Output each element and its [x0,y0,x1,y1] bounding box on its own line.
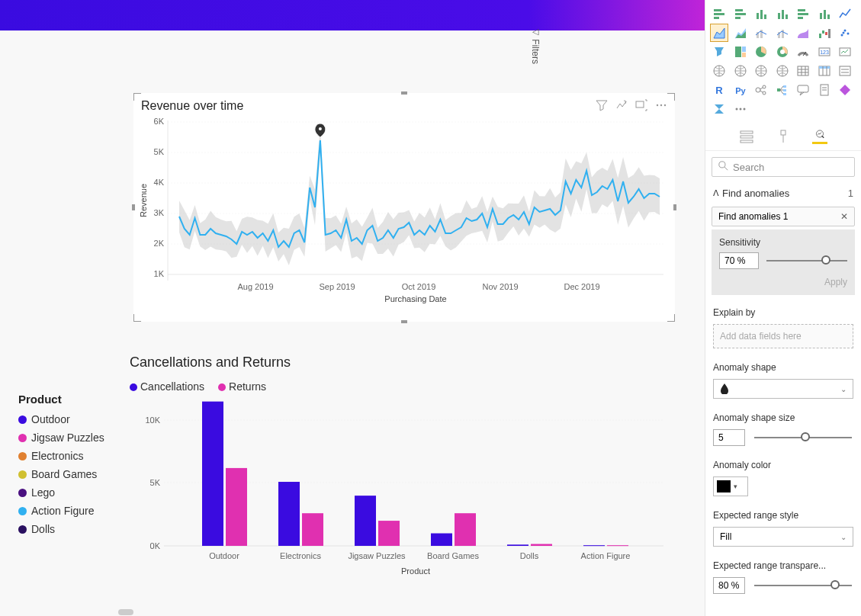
filters-pane-tab[interactable]: ◁ Filters [526,23,545,68]
viz-matrix[interactable] [815,62,834,80]
search-input[interactable]: Search [712,157,855,177]
viz-power-apps[interactable] [836,81,854,99]
bar[interactable] [202,402,223,546]
bar[interactable] [607,545,628,546]
viz-stacked-column-100[interactable] [815,5,834,23]
viz-decomposition[interactable] [773,81,792,99]
bar[interactable] [455,513,476,546]
viz-stacked-column[interactable] [752,5,770,23]
viz-waterfall[interactable] [815,24,834,42]
resize-handle[interactable] [673,204,676,210]
cancellations-bar-chart-visual[interactable]: Cancellations and Returns Cancellations … [130,351,679,586]
viz-area[interactable] [710,24,728,42]
viz-clustered-column[interactable] [773,5,792,23]
bar[interactable] [378,521,400,546]
bar[interactable] [583,545,605,546]
anomaly-color-picker[interactable]: ▾ [713,476,748,496]
legend-label[interactable]: Cancellations [140,380,204,393]
bar[interactable] [531,544,552,546]
transparency-slider[interactable] [754,585,852,586]
bar[interactable] [226,468,247,546]
analytics-tab-icon[interactable] [812,129,827,144]
resize-handle[interactable] [133,314,141,322]
transparency-value-input[interactable]: 80 % [713,577,745,594]
viz-power-automate[interactable] [710,100,728,118]
expected-range-style-dropdown[interactable]: Fill ⌄ [713,527,853,547]
filter-icon[interactable] [596,99,608,111]
viz-stacked-area[interactable] [731,24,750,42]
viz-slicer[interactable] [836,62,854,80]
viz-pie[interactable] [752,43,770,61]
viz-scatter[interactable] [836,24,854,42]
format-tab-icon[interactable] [776,129,791,144]
horizontal-scrollbar[interactable] [118,609,133,615]
slicer-item[interactable]: Board Games [18,465,125,483]
focus-mode-icon[interactable] [635,99,647,111]
viz-key-influencers[interactable] [752,81,770,99]
viz-line-clustered[interactable] [752,24,770,42]
viz-filled-map[interactable] [731,62,750,80]
viz-card[interactable]: 123 [815,43,834,61]
explain-by-field-well[interactable]: Add data fields here [713,324,853,348]
viz-python-visual[interactable]: Py [731,81,750,99]
apply-button[interactable]: Apply [719,277,847,287]
resize-handle[interactable] [401,91,407,95]
fields-tab-icon[interactable] [739,129,754,144]
anomaly-shape-dropdown[interactable]: ⌄ [713,379,853,399]
viz-blank[interactable] [752,100,770,118]
viz-clustered-bar[interactable] [731,5,750,23]
revenue-line-chart-visual[interactable]: Revenue over time 1K 2K 3K 4K 5K 6K [133,93,675,322]
viz-qa[interactable] [794,81,812,99]
product-slicer[interactable]: Product OutdoorJigsaw PuzzlesElectronics… [18,393,125,538]
viz-line-stacked[interactable] [773,24,792,42]
viz-donut[interactable] [773,43,792,61]
viz-stacked-bar[interactable] [710,5,728,23]
slicer-item[interactable]: Lego [18,483,125,502]
viz-shape-map[interactable] [752,62,770,80]
viz-treemap[interactable] [731,43,750,61]
viz-stacked-bar-100[interactable] [794,5,812,23]
viz-map[interactable] [710,62,728,80]
legend-label[interactable]: Returns [229,380,266,393]
sensitivity-value-input[interactable]: 70 % [719,252,759,269]
slicer-item[interactable]: Jigsaw Puzzles [18,428,125,447]
bar[interactable] [278,482,300,546]
resize-handle[interactable] [132,204,135,210]
bar[interactable] [355,496,376,546]
resize-handle[interactable] [133,93,141,101]
resize-handle[interactable] [667,93,675,101]
anomaly-marker-icon[interactable] [315,124,326,137]
bar[interactable] [431,534,452,546]
viz-kpi[interactable] [836,43,854,61]
bar[interactable] [507,544,528,546]
slicer-item[interactable]: Action Figure [18,502,125,520]
shape-size-slider[interactable] [754,437,852,438]
filters-label: Filters [530,39,541,64]
viz-funnel[interactable] [710,43,728,61]
shape-size-input[interactable]: 5 [713,429,745,446]
svg-text:10K: 10K [145,415,160,425]
resize-handle[interactable] [401,320,407,323]
slicer-item[interactable]: Dolls [18,520,125,538]
slicer-item[interactable]: Outdoor [18,410,125,428]
viz-get-more[interactable] [731,100,750,118]
bar[interactable] [302,513,323,546]
report-canvas[interactable]: ◁ Filters Revenue over time 1K 2K 3K 4K … [0,0,705,616]
sensitivity-label: Sensitivity [719,237,847,248]
find-anomalies-section-header[interactable]: ᐱ Find anomalies 1 [705,183,861,204]
close-icon[interactable]: ✕ [834,211,848,222]
slicer-item[interactable]: Electronics [18,447,125,465]
anomaly-instance-chip[interactable]: Find anomalies 1 ✕ [712,207,855,226]
viz-table[interactable] [794,62,812,80]
viz-azure-map[interactable] [773,62,792,80]
resize-handle[interactable] [667,314,675,322]
viz-gauge[interactable] [794,43,812,61]
spotlight-icon[interactable] [615,99,628,111]
viz-line[interactable] [836,5,854,23]
viz-ribbon[interactable] [794,24,812,42]
sensitivity-slider[interactable] [766,260,847,261]
viz-r-visual[interactable]: R [710,81,728,99]
viz-paginated[interactable] [815,81,834,99]
svg-rect-47 [798,9,805,11]
more-options-icon[interactable] [655,99,667,111]
